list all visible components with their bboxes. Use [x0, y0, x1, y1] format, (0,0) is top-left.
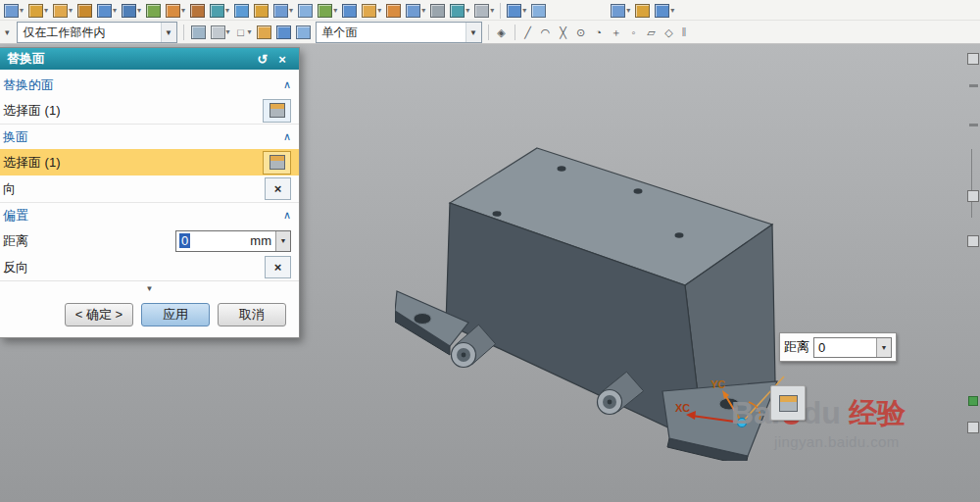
edge-blend-icon[interactable]: ▾ — [209, 3, 230, 19]
right-edge-button[interactable] — [967, 422, 979, 433]
snap-endpoint-icon[interactable]: ╱ — [521, 25, 535, 40]
dropdown-caret-icon[interactable]: ▾ — [226, 27, 230, 37]
snap-grid-icon[interactable]: ◇ — [662, 25, 676, 40]
section-replacement-face[interactable]: 换面 ∧ — [0, 124, 299, 149]
flange-hole[interactable] — [414, 314, 431, 325]
right-edge-scrollbar[interactable] — [971, 149, 972, 218]
unite-icon[interactable]: ▾ — [165, 3, 186, 19]
dropdown-caret-icon[interactable]: ▾ — [20, 6, 24, 16]
chamfer-icon[interactable] — [233, 3, 250, 19]
select-face-button[interactable] — [263, 99, 291, 123]
dropdown-caret-icon[interactable]: ▾ — [421, 6, 425, 16]
distance-input[interactable]: 0 mm ▼ — [175, 230, 291, 252]
select-face-row-2[interactable]: 选择面 (1) — [0, 149, 299, 176]
select-face-row-1[interactable]: 选择面 (1) — [0, 97, 299, 124]
dashed-rect-icon[interactable]: □▾ — [234, 25, 253, 40]
toolbar-grip[interactable]: ‖ — [680, 25, 689, 39]
apply-button[interactable]: 应用 — [141, 303, 210, 326]
highlight-face-icon[interactable]: ◈ — [495, 25, 509, 40]
dropdown-caret-icon[interactable]: ▾ — [626, 6, 630, 16]
top-hole[interactable] — [634, 188, 643, 194]
dialog-more-button[interactable]: ▼ — [0, 280, 299, 296]
right-edge-button[interactable] — [967, 190, 979, 202]
snap-midpoint-icon[interactable]: ◠ — [539, 25, 553, 40]
snap-quadrant-icon[interactable]: ◔ — [592, 25, 606, 40]
dropdown-caret-icon[interactable]: ▾ — [490, 6, 494, 16]
dropdown-caret-icon[interactable]: ▾ — [181, 6, 185, 16]
close-icon[interactable]: × — [272, 52, 292, 67]
top-hole[interactable] — [558, 166, 566, 172]
more-tools-icon[interactable]: ▾ — [654, 3, 675, 19]
reverse-offset-button[interactable]: × — [265, 256, 291, 278]
distance-popup-input[interactable]: 0 ▼ — [813, 337, 892, 358]
face-rule-combo[interactable]: 单个面 ▼ — [316, 22, 482, 43]
dropdown-caret-icon[interactable]: ▾ — [225, 6, 229, 16]
dropdown-caret-icon[interactable]: ▾ — [466, 6, 469, 16]
right-edge-button[interactable] — [968, 396, 978, 406]
dialog-title-bar[interactable]: 替换面 ↺ × — [0, 48, 299, 70]
revolve-icon[interactable] — [76, 3, 93, 19]
dropdown-caret-icon[interactable]: ▾ — [670, 6, 674, 16]
model-3d[interactable]: XC YC — [395, 142, 787, 461]
synchronous-modeling-icon[interactable]: ▾ — [449, 3, 470, 19]
work-part-cube-icon[interactable] — [256, 25, 272, 40]
section-faces-to-replace[interactable]: 替换的面 ∧ — [0, 73, 299, 97]
ok-button[interactable]: < 确定 > — [65, 303, 133, 326]
select-face-button[interactable] — [263, 151, 291, 175]
dropdown-caret-icon[interactable]: ▾ — [522, 6, 526, 16]
dropdown-caret-icon[interactable]: ▾ — [137, 6, 141, 16]
dropdown-caret-icon[interactable]: ▼ — [275, 231, 290, 251]
dropdown-caret-icon[interactable]: ▾ — [44, 6, 48, 16]
shell-icon[interactable] — [253, 3, 270, 19]
view-orient-icon[interactable]: ▾ — [506, 3, 527, 19]
reverse-direction-button[interactable]: × — [265, 177, 291, 200]
snap-intersection-icon[interactable]: ╳ — [557, 25, 570, 40]
dropdown-caret-icon[interactable]: ▾ — [377, 6, 381, 16]
dropdown-caret-icon[interactable]: ▾ — [289, 6, 293, 16]
right-edge-button[interactable] — [969, 124, 978, 126]
component-cube-icon[interactable] — [295, 25, 312, 40]
selection-scope-icon[interactable] — [190, 25, 207, 40]
dropdown-caret-icon[interactable]: ▾ — [248, 27, 252, 37]
snap-on-face-icon[interactable]: ▱ — [645, 25, 659, 40]
window-icon[interactable]: ▾ — [610, 3, 631, 19]
snap-arc-center-icon[interactable]: ⊙ — [574, 25, 588, 40]
sketch-icon[interactable]: ▾ — [27, 3, 49, 19]
chevron-up-icon[interactable]: ∧ — [283, 130, 291, 143]
right-edge-button[interactable] — [969, 84, 978, 87]
trim-body-icon[interactable]: ▾ — [272, 3, 294, 19]
split-body-icon[interactable] — [297, 3, 314, 19]
move-face-icon[interactable]: ▾ — [405, 3, 426, 19]
pattern-feature-icon[interactable]: ▾ — [317, 3, 338, 19]
offset-face-icon[interactable]: ▾ — [361, 3, 382, 19]
combo-arrow-icon[interactable]: ▼ — [466, 23, 481, 42]
dropdown-caret-icon[interactable]: ▾ — [113, 6, 117, 16]
dropdown-caret-icon[interactable]: ▾ — [69, 6, 73, 16]
dropdown-caret-icon[interactable]: ▾ — [333, 6, 337, 16]
snap-settings-icon[interactable]: ▾ — [210, 25, 231, 40]
toolbar-overflow-button[interactable]: ▾ — [2, 27, 13, 37]
mirror-feature-icon[interactable] — [341, 3, 358, 19]
triad-origin-handle[interactable] — [738, 419, 747, 427]
extrude-icon[interactable]: ▾ — [52, 3, 74, 19]
datum-plane-icon[interactable]: ▾ — [3, 3, 24, 19]
delete-face-icon[interactable] — [429, 3, 446, 19]
selection-scope-combo[interactable]: 仅在工作部件内 ▼ — [17, 22, 177, 43]
render-style-icon[interactable] — [530, 3, 547, 19]
dropdown-caret-icon[interactable]: ▼ — [876, 338, 891, 357]
right-edge-button[interactable] — [967, 235, 979, 247]
rib-icon[interactable] — [145, 3, 162, 19]
block-icon[interactable]: ▾ — [96, 3, 118, 19]
right-edge-button[interactable] — [967, 53, 979, 65]
assembly-icon[interactable] — [634, 3, 651, 19]
preview-handle-button[interactable] — [770, 385, 806, 421]
hole-icon[interactable]: ▾ — [121, 3, 142, 19]
subtract-icon[interactable] — [189, 3, 206, 19]
snap-point-icon[interactable]: ＋ — [610, 25, 623, 40]
top-hole[interactable] — [493, 211, 502, 217]
combo-arrow-icon[interactable]: ▼ — [161, 23, 176, 42]
reset-icon[interactable]: ↺ — [253, 52, 272, 67]
snap-on-curve-icon[interactable]: ◦ — [627, 25, 641, 40]
cancel-button[interactable]: 取消 — [218, 303, 286, 326]
chevron-up-icon[interactable]: ∧ — [283, 209, 291, 222]
